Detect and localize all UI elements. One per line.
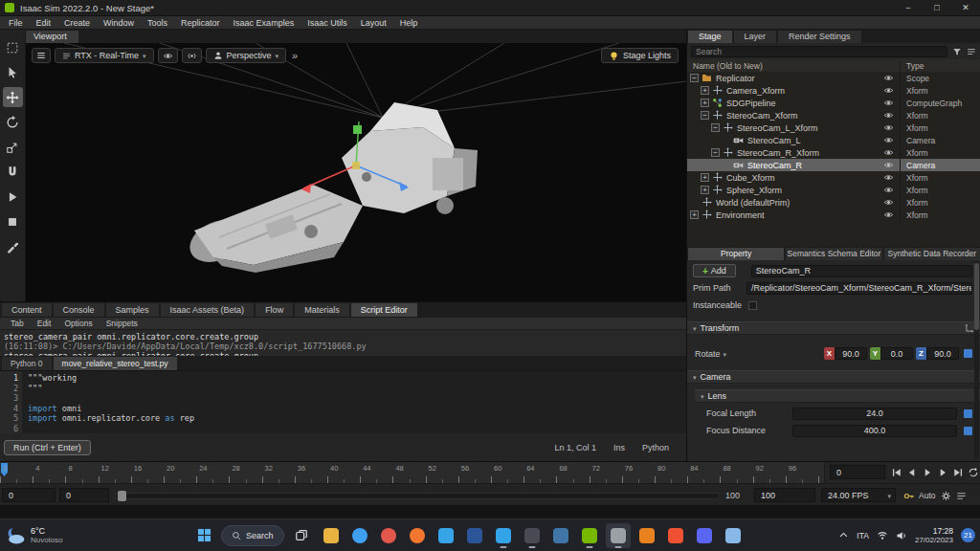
view-options-icon[interactable] [967, 47, 976, 56]
rotate-y-field[interactable]: 0.0 [880, 347, 913, 360]
visibility-eye-icon[interactable] [877, 197, 900, 208]
code-area[interactable]: """working""" import omniimport omni.rep… [22, 371, 686, 433]
viewport-tab[interactable]: Viewport [26, 31, 78, 43]
expand-icon[interactable]: + [701, 86, 709, 95]
timeline-menu-icon[interactable] [956, 491, 967, 501]
tab-layer[interactable]: Layer [734, 31, 777, 43]
stage-row-stereocam-l[interactable]: StereoCam_LCamera [687, 134, 980, 146]
editor-menu-options[interactable]: Options [57, 319, 99, 328]
select-tool-icon[interactable] [3, 37, 23, 57]
loop-button[interactable] [966, 465, 980, 479]
visibility-eye-icon[interactable] [877, 85, 900, 96]
stage-row-sphere-xform[interactable]: +Sphere_XformXform [687, 184, 980, 196]
editor-menu-edit[interactable]: Edit [31, 319, 58, 328]
visibility-eye-icon[interactable] [877, 122, 900, 133]
add-property-button[interactable]: Add [693, 264, 736, 277]
hidden-icons-chevron[interactable] [838, 530, 849, 540]
visibility-eye-icon[interactable] [877, 185, 900, 195]
prim-name-field[interactable]: StereoCam_R [751, 265, 972, 277]
menu-create[interactable]: Create [57, 16, 97, 30]
menu-isaac-utils[interactable]: Isaac Utils [301, 16, 354, 30]
stage-row-world-defaultprim[interactable]: World (defaultPrim)Xform [687, 196, 980, 209]
tab-script-editor[interactable]: Script Editor [351, 303, 417, 317]
tab-flow[interactable]: Flow [256, 303, 293, 317]
skip-to-end-button[interactable] [950, 465, 965, 479]
play-tool-icon[interactable] [3, 187, 23, 207]
edge-browser-icon[interactable] [347, 523, 372, 548]
network-icon[interactable] [877, 530, 888, 541]
run-button[interactable]: Run (Ctrl + Enter) [4, 440, 91, 455]
expand-icon[interactable]: + [701, 99, 709, 107]
expand-icon[interactable]: + [690, 210, 699, 219]
notepad-icon[interactable] [721, 523, 746, 548]
weather-widget[interactable]: 6°C Nuvoloso [6, 519, 62, 551]
auto-key-label[interactable]: Auto [919, 491, 936, 500]
step-forward-button[interactable] [935, 465, 949, 479]
menu-file[interactable]: File [2, 16, 30, 30]
tab-samples[interactable]: Samples [106, 303, 159, 317]
stage-row-sdgpipeline[interactable]: +SDGPipelineComputeGraph [687, 97, 980, 109]
stage-lights-toggle[interactable]: Stage Lights [601, 48, 679, 63]
tab-render-settings[interactable]: Render Settings [778, 31, 861, 43]
collapse-icon[interactable]: − [711, 123, 720, 132]
transform-axis-icon[interactable] [965, 323, 974, 333]
menu-layout[interactable]: Layout [354, 16, 393, 30]
play-button[interactable] [920, 465, 934, 479]
tab-isaac-assets-beta[interactable]: Isaac Assets (Beta) [161, 303, 255, 317]
move-tool-icon[interactable] [3, 87, 23, 107]
paint-tool-icon[interactable] [3, 236, 23, 256]
slider-value-field[interactable]: 0 [59, 488, 109, 502]
current-frame-field[interactable]: 0 [830, 465, 885, 479]
viewport-menu-button[interactable] [32, 48, 51, 63]
discord-icon[interactable] [692, 523, 717, 548]
terminal-icon[interactable] [520, 523, 545, 548]
viewport[interactable]: RTX - Real-Time Perspective Stage Lights [26, 43, 686, 301]
more-tools-chevron-icon[interactable] [290, 50, 300, 61]
editor-menu-snippets[interactable]: Snippets [100, 319, 145, 328]
notification-badge[interactable]: 21 [961, 528, 975, 542]
column-type[interactable]: Type [900, 61, 980, 71]
stop-tool-icon[interactable] [3, 211, 23, 231]
tab-synthetic-data-recorder[interactable]: Synthetic Data Recorder [884, 248, 980, 260]
tab-stage[interactable]: Stage [688, 31, 732, 43]
taskbar-search[interactable]: Search [221, 525, 284, 546]
end-frame-field[interactable]: 100 [754, 488, 815, 502]
tab-materials[interactable]: Materials [295, 303, 349, 317]
fps-selector[interactable]: 24.00 FPS [821, 488, 896, 502]
slider-handle[interactable] [118, 491, 126, 501]
minimize-button[interactable]: − [894, 0, 923, 15]
start-frame-field[interactable]: 0 [2, 488, 56, 502]
default-value-indicator[interactable] [964, 349, 972, 358]
stage-search-input[interactable]: Search [691, 46, 947, 57]
menu-tools[interactable]: Tools [141, 16, 174, 30]
script-tab-python-0[interactable]: Python 0 [2, 357, 52, 370]
column-name[interactable]: Name (Old to New) [687, 61, 877, 71]
task-view-button[interactable] [289, 523, 314, 548]
lens-section-header[interactable]: Lens [695, 389, 980, 403]
script-tab-move-relative-stereo-test-py[interactable]: move_relative_stereo_test.py [54, 357, 177, 370]
start-button[interactable] [191, 523, 216, 548]
rotate-label[interactable]: Rotate [695, 349, 726, 359]
menu-replicator[interactable]: Replicator [174, 16, 227, 30]
skip-to-start-button[interactable] [889, 465, 903, 479]
scale-tool-icon[interactable] [3, 137, 23, 157]
stage-row-stereocam-r-xform[interactable]: −StereoCam_R_XformXform [687, 146, 980, 159]
instanceable-checkbox[interactable] [748, 301, 757, 310]
visibility-eye-icon[interactable] [877, 98, 900, 108]
stage-row-cube-xform[interactable]: +Cube_XformXform [687, 171, 980, 184]
close-button[interactable]: ✕ [951, 0, 980, 15]
step-back-button[interactable] [904, 465, 919, 479]
frame-slider[interactable] [115, 493, 720, 499]
default-value-indicator[interactable] [964, 409, 972, 418]
maximize-button[interactable]: □ [923, 0, 951, 15]
default-value-indicator[interactable] [964, 427, 972, 435]
expand-icon[interactable]: + [701, 186, 709, 194]
tab-console[interactable]: Console [54, 303, 104, 317]
expand-icon[interactable]: + [701, 173, 709, 182]
clock[interactable]: 17:28 27/02/2023 [915, 526, 953, 545]
tab-semantics-schema-editor[interactable]: Semantics Schema Editor [786, 248, 881, 260]
camera-section-header[interactable]: Camera [687, 370, 980, 384]
omniverse-launcher-icon[interactable] [577, 523, 602, 548]
renderer-selector[interactable]: RTX - Real-Time [55, 48, 154, 63]
firefox-browser-icon[interactable] [405, 523, 430, 548]
